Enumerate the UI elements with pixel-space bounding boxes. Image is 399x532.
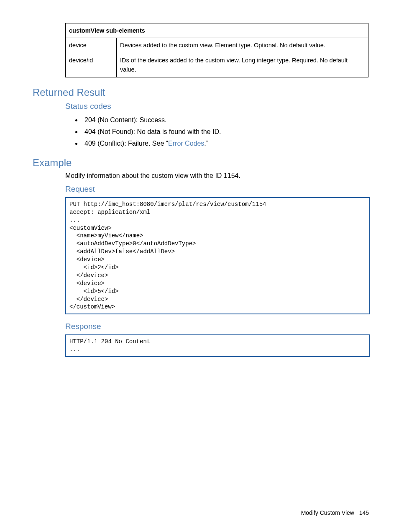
table-header: customView sub-elements — [66, 23, 368, 38]
status-code-item: 409 (Conflict): Failure. See “Error Code… — [82, 138, 369, 149]
status-code-suffix: .” — [204, 140, 208, 147]
table-row: device Devices added to the custom view.… — [66, 38, 368, 53]
status-codes-list: 204 (No Content): Success. 404 (Not Foun… — [82, 114, 369, 149]
footer-title: Modify Custom View — [301, 509, 354, 516]
table-cell-name: device — [66, 38, 117, 53]
status-code-item: 204 (No Content): Success. — [82, 114, 369, 126]
footer-page-number: 145 — [359, 509, 369, 516]
status-code-item: 404 (Not Found): No data is found with t… — [82, 126, 369, 138]
example-heading: Example — [33, 157, 369, 169]
response-heading: Response — [65, 322, 369, 331]
error-codes-link[interactable]: Error Codes — [168, 140, 204, 147]
table-row: device/id IDs of the devices added to th… — [66, 53, 368, 77]
status-codes-heading: Status codes — [65, 102, 369, 111]
response-code-block: HTTP/1.1 204 No Content ... — [65, 334, 370, 357]
status-code-prefix: 409 (Conflict): Failure. See “ — [84, 140, 168, 147]
request-heading: Request — [65, 185, 369, 194]
page-footer: Modify Custom View 145 — [301, 509, 369, 516]
table-cell-desc: Devices added to the custom view. Elemen… — [117, 38, 368, 53]
subelements-table: customView sub-elements device Devices a… — [65, 23, 368, 77]
example-intro: Modify information about the custom view… — [65, 172, 369, 180]
table-cell-name: device/id — [66, 53, 117, 77]
table-cell-desc: IDs of the devices added to the custom v… — [117, 53, 368, 77]
returned-result-heading: Returned Result — [33, 87, 369, 98]
request-code-block: PUT http://imc_host:8080/imcrs/plat/res/… — [65, 197, 370, 314]
